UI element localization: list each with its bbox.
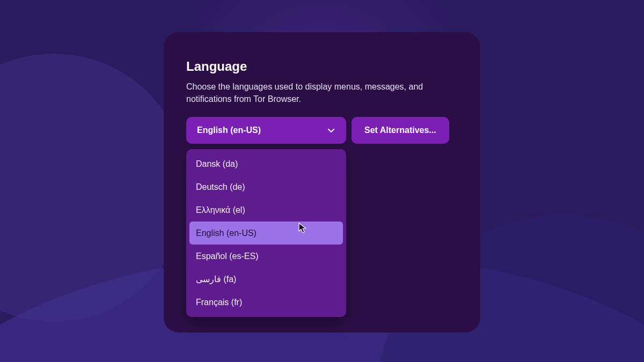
menu-item-label: Deutsch (de) xyxy=(196,182,245,192)
menu-item-label: Español (es-ES) xyxy=(196,252,259,261)
language-settings-panel: Language Choose the languages used to di… xyxy=(164,32,480,333)
language-dropdown-button[interactable]: English (en-US) xyxy=(186,117,346,144)
panel-title: Language xyxy=(186,59,458,74)
menu-item-deutsch[interactable]: Deutsch (de) xyxy=(189,175,343,198)
menu-item-francais[interactable]: Français (fr) xyxy=(189,291,343,314)
menu-item-dansk[interactable]: Dansk (da) xyxy=(189,152,343,175)
menu-item-farsi[interactable]: فارسی (fa) xyxy=(189,268,343,291)
set-alternatives-button[interactable]: Set Alternatives... xyxy=(352,117,449,144)
menu-item-label: English (en-US) xyxy=(196,228,257,238)
controls-row: English (en-US) Set Alternatives... xyxy=(186,117,458,144)
dropdown-selected-label: English (en-US) xyxy=(197,125,261,135)
language-dropdown-menu: Dansk (da) Deutsch (de) Ελληνικά (el) En… xyxy=(186,149,346,317)
menu-item-label: Dansk (da) xyxy=(196,159,238,169)
menu-item-label: Français (fr) xyxy=(196,298,242,307)
panel-description: Choose the languages used to display men… xyxy=(186,80,433,105)
menu-item-greek[interactable]: Ελληνικά (el) xyxy=(189,198,343,221)
menu-item-label: Ελληνικά (el) xyxy=(196,205,245,215)
menu-item-label: فارسی (fa) xyxy=(196,274,236,284)
set-alternatives-label: Set Alternatives... xyxy=(364,125,436,135)
menu-item-english[interactable]: English (en-US) xyxy=(189,221,343,245)
menu-item-spanish[interactable]: Español (es-ES) xyxy=(189,245,343,268)
chevron-down-icon xyxy=(327,126,335,135)
